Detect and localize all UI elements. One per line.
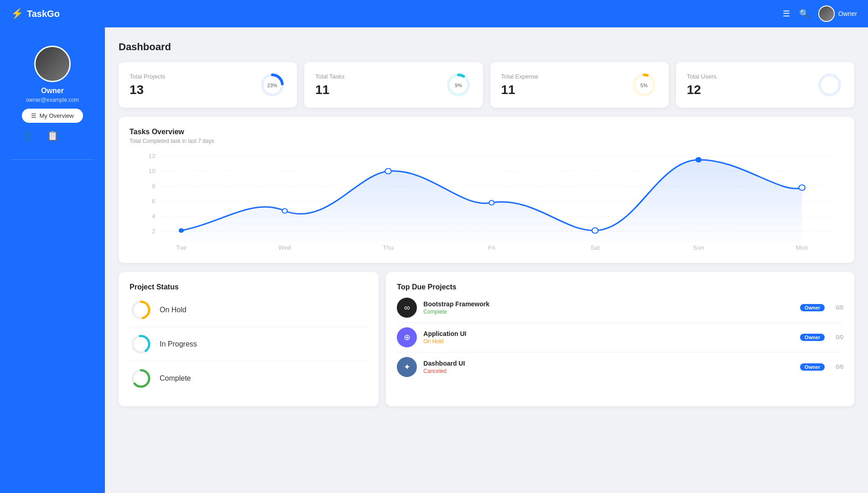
stat-chart-users [816, 71, 843, 99]
svg-text:Fri: Fri [488, 245, 495, 251]
appui-icon-symbol: ⊕ [404, 332, 411, 342]
bottom-row: Project Status On Hold In Pro [119, 272, 854, 406]
sidebar: Owner owner@example.com ☰ My Overview 👤 … [0, 0, 105, 493]
stat-total-users: Total Users 12 [676, 62, 854, 108]
sidebar-user-email: owner@example.com [22, 97, 83, 103]
search-icon[interactable]: 🔍 [799, 9, 809, 19]
status-label-on-hold: On Hold [160, 306, 187, 314]
sidebar-divider [10, 159, 94, 160]
due-badge-dashui: Owner [800, 363, 825, 371]
logo-text: TaskGo [27, 9, 60, 19]
due-name-bootstrap: Bootstrap Framework [423, 300, 794, 308]
stat-label-expense: Total Expense [501, 73, 539, 80]
tasks-overview-title: Tasks Overview [130, 128, 843, 136]
stat-value-expense: 11 [501, 83, 539, 97]
svg-text:Thu: Thu [383, 245, 393, 251]
project-status-title: Project Status [130, 283, 368, 291]
logo-icon: ⚡ [11, 8, 23, 20]
top-due-card: Top Due Projects ∞ Bootstrap Framework C… [386, 272, 854, 406]
complete-arc [130, 367, 152, 390]
overview-icon: ☰ [31, 112, 36, 119]
tasks-chart: 12 10 8 6 4 2 [130, 152, 843, 252]
svg-point-24 [385, 168, 391, 174]
sidebar-avatar [34, 46, 71, 82]
tasks-overview-subtitle: Total Completed task in last 7 days [130, 138, 843, 144]
sidebar-quick-icons: 👤 📋 [22, 130, 83, 141]
svg-text:9%: 9% [455, 83, 462, 88]
menu-icon[interactable]: ☰ [783, 9, 790, 19]
user-profile[interactable]: Owner [818, 5, 857, 22]
due-name-dashui: Dashboard UI [423, 360, 794, 367]
dashui-icon-symbol: ✦ [404, 362, 411, 372]
svg-text:2: 2 [152, 228, 156, 235]
due-name-appui: Application UI [423, 330, 794, 337]
svg-text:10: 10 [149, 168, 156, 174]
svg-text:Sun: Sun [693, 245, 704, 251]
sidebar-avatar-image [36, 47, 69, 81]
due-item-appui: ⊕ Application UI On Hold Owner 0/0 [397, 323, 843, 352]
stat-chart-projects: 23% [259, 71, 286, 99]
logo: ⚡ TaskGo [11, 8, 60, 20]
svg-text:5%: 5% [640, 83, 648, 88]
sidebar-user-name: Owner [22, 87, 83, 95]
status-label-in-progress: In Progress [160, 340, 197, 348]
due-badge-appui: Owner [800, 334, 825, 341]
avatar [818, 5, 835, 22]
stat-chart-expense: 5% [630, 71, 658, 99]
status-on-hold: On Hold [130, 293, 368, 327]
status-in-progress: In Progress [130, 327, 368, 362]
stats-row: Total Projects 13 23% Total Tasks 11 [119, 62, 854, 108]
svg-point-22 [179, 228, 184, 233]
user-icon[interactable]: 👤 [22, 130, 33, 141]
avatar-image [819, 6, 834, 21]
due-item-bootstrap: ∞ Bootstrap Framework Complete Owner 0/0 [397, 293, 843, 323]
due-icon-bootstrap: ∞ [397, 298, 417, 318]
page-title: Dashboard [119, 41, 854, 53]
due-icon-appui: ⊕ [397, 327, 417, 347]
due-badge-bootstrap: Owner [800, 304, 825, 311]
svg-point-23 [282, 209, 287, 213]
svg-text:Sat: Sat [590, 245, 600, 251]
stat-total-projects: Total Projects 13 23% [119, 62, 297, 108]
sidebar-profile: Owner owner@example.com ☰ My Overview 👤 … [22, 37, 83, 159]
status-complete: Complete [130, 362, 368, 395]
due-status-appui: On Hold [423, 338, 794, 345]
svg-text:Mon: Mon [796, 245, 808, 251]
list-icon[interactable]: 📋 [47, 130, 58, 141]
svg-text:Wed: Wed [278, 245, 291, 251]
svg-point-28 [799, 185, 805, 190]
svg-point-9 [820, 75, 840, 95]
bootstrap-icon-symbol: ∞ [404, 303, 410, 313]
stat-value-users: 12 [687, 83, 717, 97]
due-info-appui: Application UI On Hold [423, 330, 794, 345]
stat-value-projects: 13 [130, 83, 165, 97]
main-content: Dashboard Total Projects 13 23% Total Ta… [105, 27, 868, 493]
svg-text:23%: 23% [267, 83, 277, 88]
svg-text:4: 4 [152, 213, 156, 220]
due-count-bootstrap: 0/0 [831, 304, 843, 311]
top-navbar: ⚡ TaskGo ☰ 🔍 Owner [0, 0, 868, 27]
svg-text:6: 6 [152, 198, 156, 205]
on-hold-arc [130, 299, 152, 321]
due-icon-dashui: ✦ [397, 357, 417, 377]
top-due-title: Top Due Projects [397, 283, 843, 291]
overview-button[interactable]: ☰ My Overview [22, 109, 83, 123]
stat-label-users: Total Users [687, 73, 717, 80]
topnav-right: ☰ 🔍 Owner [783, 5, 857, 22]
stat-chart-tasks: 9% [445, 71, 472, 99]
stat-label-tasks: Total Tasks [315, 73, 344, 80]
svg-point-25 [489, 200, 494, 205]
tasks-overview-card: Tasks Overview Total Completed task in l… [119, 117, 854, 263]
stat-value-tasks: 11 [315, 83, 344, 97]
due-count-appui: 0/0 [831, 334, 843, 341]
due-info-dashui: Dashboard UI Canceled [423, 360, 794, 374]
stat-total-expense: Total Expense 11 5% [490, 62, 669, 108]
svg-point-26 [592, 228, 598, 233]
svg-point-27 [696, 157, 702, 163]
overview-label: My Overview [39, 112, 73, 119]
due-count-dashui: 0/0 [831, 364, 843, 370]
project-status-card: Project Status On Hold In Pro [119, 272, 379, 406]
status-label-complete: Complete [160, 374, 191, 383]
username-label: Owner [838, 10, 857, 17]
due-item-dashui: ✦ Dashboard UI Canceled Owner 0/0 [397, 352, 843, 382]
